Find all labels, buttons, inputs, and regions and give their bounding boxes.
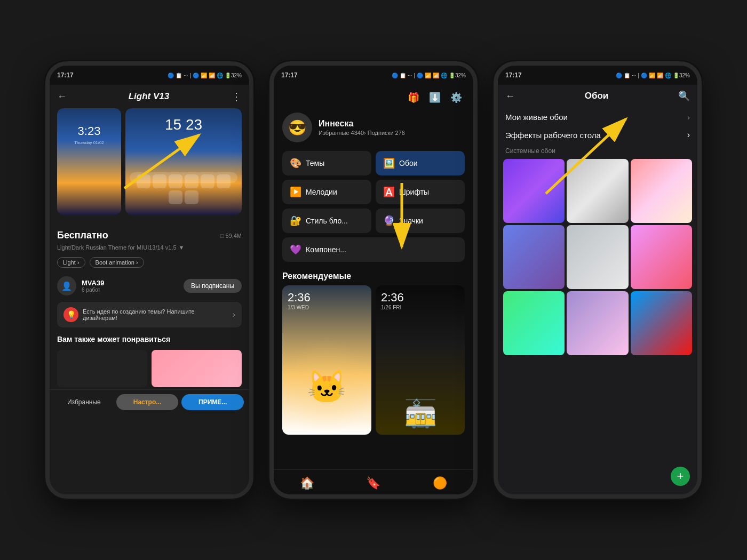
section-recommended: Рекомендуемые	[274, 264, 473, 285]
phone1-bottom-actions: Избранные Настро... ПРИМЕ...	[50, 389, 249, 414]
menu-fonts[interactable]: 🅰️ Шрифты	[376, 180, 465, 204]
nav-bookmark-icon[interactable]: 🔖	[366, 476, 380, 490]
phone2-top-icons: 🎁 ⬇️ ⚙️	[274, 85, 473, 110]
idea-banner[interactable]: 💡 Есть идея по созданию темы? Напишите д…	[57, 302, 242, 327]
price-section: Бесплатно □ 59,4M	[50, 226, 249, 243]
also-like-previews	[50, 346, 249, 388]
tag-light[interactable]: Light ›	[57, 257, 85, 268]
menu-wallpapers-label: Обои	[399, 159, 418, 167]
author-name: MVA39	[82, 279, 178, 287]
settings-icon[interactable]: ⚙️	[448, 89, 465, 106]
profile-info: Иннеска Избранные 4340› Подписки 276	[319, 119, 465, 136]
phone1-home-preview: 15 23	[125, 108, 242, 215]
tags-row: Light › Boot animation ›	[50, 255, 249, 272]
subscribe-button[interactable]: Вы подписаны	[184, 279, 242, 293]
author-avatar: 👤	[57, 276, 76, 295]
idea-text: Есть идея по созданию темы? Напишите диз…	[83, 308, 228, 321]
rec2-time: 2:36	[381, 291, 404, 305]
train-visual: 🚋	[376, 349, 465, 435]
also-like-title: Вам также может понравиться	[50, 330, 249, 346]
nav-home-icon[interactable]: 🏠	[300, 476, 314, 490]
phone2-content: 🎁 ⬇️ ⚙️ 😎 Иннеска Избранные 4340› Подпис…	[274, 85, 473, 494]
tag-boot[interactable]: Boot animation ›	[90, 257, 144, 268]
rec2-date: 1/26 FRI	[381, 305, 401, 310]
desktop-effects-row[interactable]: Эффекты рабочего стола ›	[498, 125, 697, 143]
menu-ringtones[interactable]: ▶️ Мелодии	[282, 180, 371, 204]
settings-button[interactable]: Настро...	[116, 394, 179, 410]
home-icons	[125, 174, 242, 204]
menu-grid: 🎨 Темы 🖼️ Обои ▶️ Мелодии 🅰️ Шрифты 🔐	[274, 149, 473, 264]
phone2-status-icons: 🔵 📋 ··· | 🔵 📶 📶 🌐 🔋32%	[392, 73, 466, 78]
phone3-title: Обои	[515, 91, 678, 101]
rec-grid: 2:36 1/3 WED 🐱 2:36 1/26 FRI 🚋	[274, 285, 473, 435]
phone1-lock-preview: 3:23 Thursday 01/02	[57, 108, 121, 215]
phone1-back-button[interactable]: ←	[57, 91, 67, 102]
author-works: 6 работ	[82, 287, 178, 293]
cat-visual: 🐱	[282, 339, 371, 435]
wallpaper-7[interactable]	[503, 291, 565, 355]
rec-card-train[interactable]: 2:36 1/26 FRI 🚋	[376, 285, 465, 435]
phone2-status-bar: 17:17 🔵 📋 ··· | 🔵 📶 📶 🌐 🔋32%	[274, 66, 473, 85]
phone1-time: 17:17	[57, 71, 74, 79]
download-icon[interactable]: ⬇️	[426, 89, 443, 106]
components-icon: 💜	[290, 244, 301, 255]
ringtones-icon: ▶️	[290, 186, 301, 198]
idea-icon: 💡	[63, 307, 78, 322]
phone3-back-button[interactable]: ←	[505, 91, 515, 102]
phone-3: 17:17 🔵 📋 ··· | 🔵 📶 📶 🌐 🔋32% ← Обои 🔍	[494, 61, 702, 499]
nav-user-icon[interactable]: 🟠	[433, 476, 447, 490]
wallpaper-2[interactable]	[567, 159, 628, 223]
author-row: 👤 MVA39 6 работ Вы подписаны	[50, 272, 249, 300]
apply-button[interactable]: ПРИМЕ...	[181, 394, 244, 410]
wallpaper-8[interactable]	[567, 291, 628, 355]
wallpaper-6[interactable]	[631, 225, 692, 289]
desktop-effects-label: Эффекты рабочего стола	[505, 131, 601, 140]
theme-desc: Light/Dark Russian Theme for MIUI13/14 v…	[50, 243, 249, 255]
profile-avatar: 😎	[282, 113, 312, 142]
profile-name: Иннеска	[319, 119, 465, 129]
phone3-content: ← Обои 🔍 Мои живые обои › Эффекты рабоче…	[498, 85, 697, 494]
also-card-2[interactable]	[152, 350, 242, 387]
wallpaper-9[interactable]	[631, 291, 692, 355]
phone3-status-bar: 17:17 🔵 📋 ··· | 🔵 📶 📶 🌐 🔋32%	[498, 66, 697, 85]
gift-icon[interactable]: 🎁	[405, 89, 422, 106]
rec-card-cat[interactable]: 2:36 1/3 WED 🐱	[282, 285, 371, 435]
menu-ringtones-label: Мелодии	[306, 188, 337, 196]
price-text: Бесплатно	[57, 230, 108, 241]
menu-themes[interactable]: 🎨 Темы	[282, 151, 371, 175]
desktop-effects-arrow-icon: ›	[687, 130, 690, 140]
wallpaper-3[interactable]	[631, 159, 692, 223]
menu-components[interactable]: 💜 Компонен...	[282, 237, 465, 262]
menu-themes-label: Темы	[306, 159, 324, 167]
home-time: 15 23	[165, 116, 202, 133]
phone2-navbar: 🏠 🔖 🟠	[274, 469, 473, 494]
lock-date: Thursday 01/02	[74, 140, 104, 145]
phone3-header: ← Обои 🔍	[498, 85, 697, 107]
my-live-label: Мои живые обои	[505, 113, 568, 122]
phone1-more-button[interactable]: ⋮	[231, 90, 242, 103]
themes-icon: 🎨	[290, 157, 301, 169]
phone1-preview-images: 3:23 Thursday 01/02 15 23	[50, 108, 249, 226]
fav-button[interactable]: Избранные	[55, 398, 113, 406]
menu-lockstyle[interactable]: 🔐 Стиль бло...	[282, 209, 371, 233]
rec1-time: 2:36	[288, 291, 311, 305]
wallpaper-4[interactable]	[503, 225, 565, 289]
wallpaper-5[interactable]	[567, 225, 628, 289]
my-live-wallpapers-row[interactable]: Мои живые обои ›	[498, 107, 697, 125]
phone1-content: ← Light V13 ⋮ 3:23 Thursday 01/02 15 23	[50, 85, 249, 494]
author-info: MVA39 6 работ	[82, 279, 178, 293]
menu-wallpapers[interactable]: 🖼️ Обои	[376, 151, 465, 175]
add-wallpaper-button[interactable]: +	[671, 467, 690, 486]
profile-stats: Избранные 4340› Подписки 276	[319, 130, 465, 136]
also-card-1[interactable]	[57, 350, 147, 387]
wallpaper-1[interactable]	[503, 159, 565, 223]
phone1-title: Light V13	[67, 91, 231, 102]
menu-components-label: Компонен...	[306, 245, 346, 254]
menu-icons-label: Значки	[399, 217, 423, 225]
wallpapers-icon: 🖼️	[383, 157, 395, 169]
lock-time: 3:23	[78, 124, 101, 138]
phone3-search-icon[interactable]: 🔍	[678, 90, 690, 102]
rec1-date: 1/3 WED	[288, 305, 309, 310]
phone3-time: 17:17	[505, 71, 522, 79]
menu-icons[interactable]: 🔮 Значки	[376, 209, 465, 233]
